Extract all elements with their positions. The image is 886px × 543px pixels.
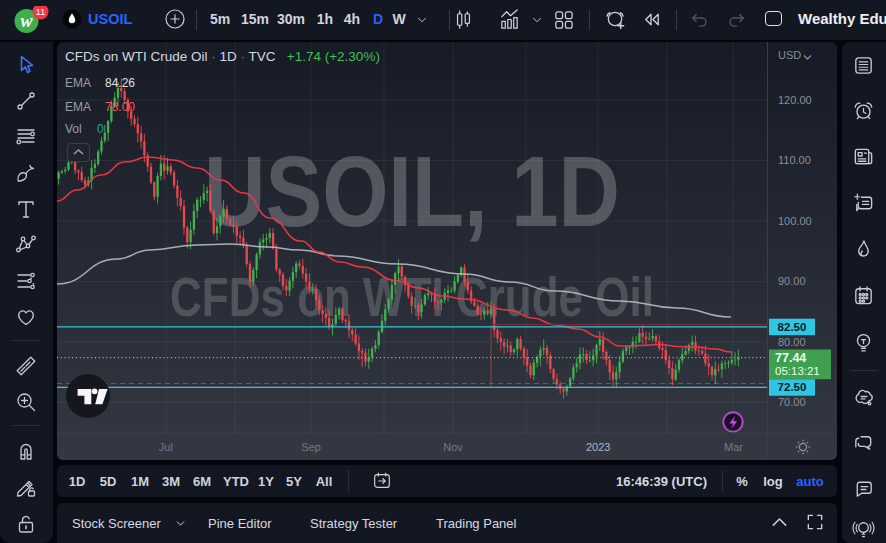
svg-text:2023: 2023 <box>586 441 610 453</box>
svg-text:100.00: 100.00 <box>778 215 812 227</box>
svg-text:11: 11 <box>36 7 45 17</box>
svg-text:90.00: 90.00 <box>778 275 806 287</box>
svg-text:120.00: 120.00 <box>778 94 812 106</box>
svg-text:Jul: Jul <box>159 441 173 453</box>
svg-text:w: w <box>20 11 33 31</box>
svg-text:72.50: 72.50 <box>778 381 807 393</box>
svg-text:USOIL, 1D: USOIL, 1D <box>204 135 620 247</box>
svg-text:77.44: 77.44 <box>775 351 806 365</box>
svg-text:Nov: Nov <box>443 441 463 453</box>
svg-text:USD: USD <box>778 49 801 61</box>
svg-text:05:13:21: 05:13:21 <box>775 365 820 377</box>
svg-text:Sep: Sep <box>301 441 321 453</box>
svg-text:Mar: Mar <box>724 441 743 453</box>
svg-text:80.00: 80.00 <box>778 336 806 348</box>
svg-text:82.50: 82.50 <box>778 321 807 333</box>
svg-text:70.00: 70.00 <box>778 396 806 408</box>
svg-text:110.00: 110.00 <box>778 154 811 166</box>
